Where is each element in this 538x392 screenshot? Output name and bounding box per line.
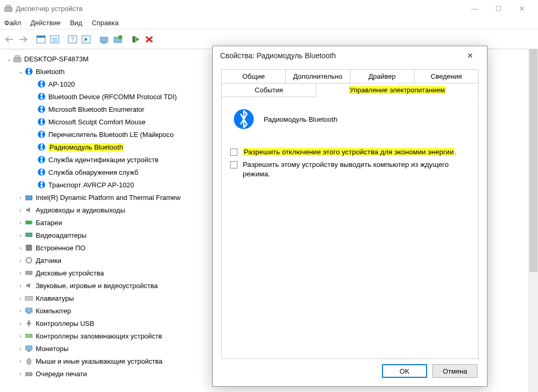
scrollbar-thumb[interactable] (530, 49, 537, 272)
svg-rect-34 (26, 245, 32, 250)
category-item[interactable]: Датчики (36, 257, 61, 264)
category-item[interactable]: Контроллеры USB (36, 320, 94, 327)
category-item[interactable]: Аудиовходы и аудиовыходы (36, 206, 125, 214)
svg-rect-12 (102, 43, 106, 44)
properties-icon[interactable] (48, 33, 61, 46)
tab-advanced[interactable]: Дополнительно (285, 69, 350, 83)
category-item[interactable]: Дисковые устройства (36, 269, 104, 277)
device-item[interactable]: Транспорт AVRCP AP-1020 (48, 181, 134, 189)
category-bluetooth[interactable]: Bluetooth (36, 68, 65, 76)
vertical-scrollbar[interactable] (529, 49, 538, 392)
category-item[interactable]: Клавиатуры (36, 294, 74, 302)
category-item[interactable]: Очереди печати (36, 370, 87, 378)
tab-general[interactable]: Общие (221, 69, 286, 83)
menu-view[interactable]: Вид (70, 19, 82, 27)
help-icon[interactable]: ? (66, 33, 79, 46)
category-item[interactable]: Intel(R) Dynamic Platform and Thermal Fr… (36, 194, 181, 202)
category-item[interactable]: Мониторы (36, 345, 68, 353)
expand-icon[interactable] (17, 358, 24, 364)
display-adapter-icon (24, 230, 34, 240)
disable-device-icon[interactable] (143, 33, 156, 46)
device-item[interactable]: AP-1020 (48, 80, 75, 88)
checkbox-icon[interactable] (230, 149, 237, 156)
checkbox-label: Разрешить отключение этого устройства дл… (243, 148, 454, 156)
ok-button[interactable]: OK (382, 364, 427, 378)
device-item[interactable]: Служба идентификации устройств (48, 156, 159, 164)
checkbox-label: Разрешить этому устройству выводить комп… (243, 160, 470, 179)
svg-rect-40 (26, 334, 32, 337)
maximize-button[interactable]: ☐ (487, 1, 510, 16)
bluetooth-icon (37, 117, 46, 126)
category-item[interactable]: Батареи (36, 219, 62, 227)
usb-icon (24, 319, 34, 328)
tab-driver[interactable]: Драйвер (350, 69, 415, 83)
enable-device-icon[interactable] (129, 33, 142, 46)
computer-icon (13, 54, 22, 63)
checkbox-icon[interactable] (230, 161, 237, 168)
category-item[interactable]: Встроенное ПО (36, 244, 86, 252)
sound-icon (24, 281, 34, 290)
bluetooth-icon (37, 130, 46, 139)
menu-help[interactable]: Справка (92, 19, 119, 27)
scan-icon[interactable] (80, 33, 92, 46)
tabstrip: Общие Дополнительно Драйвер Сведения Соб… (213, 65, 487, 97)
dialog-close-button[interactable]: ✕ (461, 46, 480, 65)
svg-rect-0 (5, 7, 12, 12)
expand-icon[interactable] (17, 308, 24, 314)
dialog-buttons: OK Отмена (213, 364, 487, 386)
close-button[interactable]: ✕ (510, 1, 534, 16)
chipset-icon (24, 193, 34, 202)
minimize-button[interactable]: — (463, 1, 487, 16)
svg-point-14 (118, 35, 122, 39)
device-item[interactable]: Bluetooth Device (RFCOMM Protocol TDI) (48, 93, 177, 101)
menu-file[interactable]: Файл (4, 19, 21, 27)
device-item[interactable]: Microsoft Sculpt Comfort Mouse (48, 118, 146, 126)
category-item[interactable]: Компьютер (36, 307, 71, 315)
expand-icon[interactable] (17, 69, 24, 75)
expand-icon[interactable] (17, 258, 24, 263)
svg-rect-42 (27, 351, 30, 352)
expand-icon[interactable] (17, 207, 24, 213)
expand-icon[interactable] (17, 321, 24, 326)
mouse-icon (24, 356, 34, 366)
expand-icon[interactable] (17, 295, 24, 301)
cancel-button[interactable]: Отмена (432, 364, 478, 378)
checkbox-allow-power-off[interactable]: Разрешить отключение этого устройства дл… (230, 147, 470, 157)
category-item[interactable]: Контроллеры запоминающих устройств (36, 332, 162, 340)
menu-action[interactable]: Действие (30, 19, 60, 27)
expand-icon[interactable] (17, 220, 24, 226)
bluetooth-icon (37, 142, 46, 152)
expand-icon[interactable] (17, 333, 24, 339)
tab-power-management[interactable]: Управление электропитанием (316, 83, 479, 97)
window-controls: — ☐ ✕ (463, 1, 534, 16)
expand-icon[interactable] (17, 270, 24, 276)
svg-rect-41 (26, 346, 32, 350)
forward-icon[interactable] (17, 33, 29, 46)
tab-events[interactable]: События (221, 83, 316, 97)
expand-icon[interactable] (17, 195, 24, 200)
expand-icon[interactable] (17, 232, 24, 238)
expand-icon[interactable] (17, 245, 24, 251)
svg-rect-38 (26, 308, 32, 312)
tree-root[interactable]: DESKTOP-SF4873M (24, 55, 89, 63)
svg-rect-18 (14, 58, 21, 62)
back-icon[interactable] (3, 33, 16, 46)
computer-category-icon (24, 306, 34, 315)
category-item[interactable]: Видеоадаптеры (36, 231, 87, 239)
device-item-selected[interactable]: Радиомодуль Bluetooth (48, 143, 124, 151)
expand-icon[interactable] (17, 371, 24, 377)
uninstall-driver-icon[interactable] (111, 33, 124, 46)
category-item[interactable]: Мыши и иные указывающие устройства (36, 357, 162, 365)
device-item[interactable]: Служба обнаружения служб (48, 168, 138, 176)
update-driver-icon[interactable] (98, 33, 110, 46)
device-item[interactable]: Перечислитель Bluetooth LE (Майкросо (48, 131, 173, 139)
category-item[interactable]: Звуковые, игровые и видеоустройства (36, 282, 158, 290)
tab-details[interactable]: Сведения (414, 69, 479, 83)
show-hidden-icon[interactable] (35, 33, 47, 46)
device-item[interactable]: Microsoft Bluetooth Enumerator (48, 105, 144, 113)
dialog-titlebar[interactable]: Свойства: Радиомодуль Bluetooth ✕ (213, 46, 487, 65)
expand-icon[interactable] (17, 346, 24, 352)
checkbox-allow-wake[interactable]: Разрешить этому устройству выводить комп… (230, 160, 470, 179)
expand-icon[interactable] (5, 56, 13, 62)
expand-icon[interactable] (17, 283, 24, 289)
